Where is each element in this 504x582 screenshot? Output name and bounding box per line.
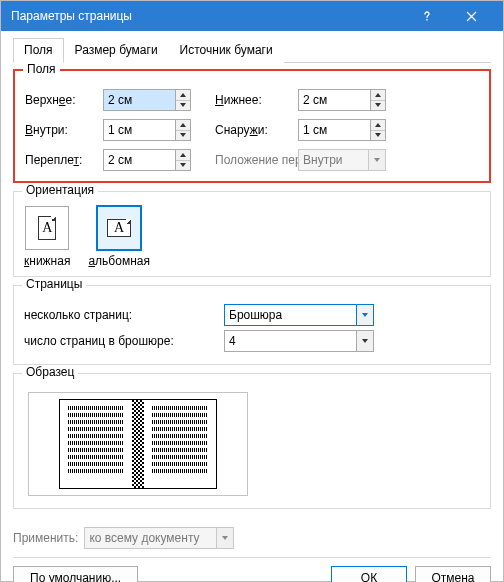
spin-up-icon[interactable] [371,120,385,131]
pages-group: Страницы несколько страниц: Брошюра числ… [13,285,491,365]
label-inside: Внутри [25,123,97,137]
field-top[interactable] [103,89,191,111]
spin-up-icon[interactable] [176,150,190,161]
sample-preview [28,392,248,496]
spin-up-icon[interactable] [176,90,190,101]
value-apply: ко всему документу [84,527,216,549]
input-bottom[interactable] [298,89,370,111]
field-inside[interactable] [103,119,191,141]
field-gutter-pos: Внутри [298,149,386,171]
label-sheets: число страниц в брошюре: [24,334,224,348]
ok-button[interactable]: ОК [331,566,407,582]
titlebar: Параметры страницы [1,1,503,31]
margins-group: Поля Верхнее Нижнее Внутри Снаружи [13,69,491,183]
dialog-content: Поля Размер бумаги Источник бумаги Поля … [1,31,503,582]
spin-up-icon[interactable] [371,90,385,101]
orientation-legend: Ориентация [22,183,98,197]
booklet-icon [59,399,217,489]
spin-down-icon[interactable] [176,101,190,111]
label-outside: Снаружи [197,123,292,137]
cancel-button[interactable]: Отмена [415,566,491,582]
input-gutter[interactable] [103,149,175,171]
value-multi-pages: Брошюра [224,304,356,326]
orientation-portrait[interactable]: A книжная [24,206,70,268]
close-button[interactable] [449,1,493,31]
spin-up-icon[interactable] [176,120,190,131]
label-bottom: Нижнее [197,93,292,107]
tab-paper-size[interactable]: Размер бумаги [64,38,169,63]
chevron-down-icon[interactable] [356,304,374,326]
landscape-icon: A [97,206,141,250]
sample-legend: Образец [22,365,78,379]
margins-legend: Поля [23,62,60,76]
button-row: По умолчанию... ОК Отмена [13,557,491,582]
help-button[interactable] [405,1,449,31]
input-top[interactable] [103,89,175,111]
label-multi-pages: несколько страниц: [24,308,224,322]
portrait-icon: A [25,206,69,250]
field-outside[interactable] [298,119,386,141]
chevron-down-icon[interactable] [356,330,374,352]
field-bottom[interactable] [298,89,386,111]
label-gutter: Переплет [25,153,97,167]
spin-down-icon[interactable] [176,131,190,141]
tab-paper-source[interactable]: Источник бумаги [169,38,284,63]
dialog-title: Параметры страницы [11,9,405,23]
spin-down-icon[interactable] [371,101,385,111]
landscape-label: альбомная [88,254,150,268]
tab-strip: Поля Размер бумаги Источник бумаги [13,37,491,63]
portrait-label: книжная [24,254,70,268]
default-button[interactable]: По умолчанию... [13,566,138,582]
field-apply: ко всему документу [84,527,234,549]
tab-margins[interactable]: Поля [13,38,64,63]
sample-group: Образец [13,373,491,509]
input-outside[interactable] [298,119,370,141]
spin-down-icon[interactable] [176,161,190,171]
value-sheets: 4 [224,330,356,352]
field-sheets[interactable]: 4 [224,330,374,352]
apply-row: Применить: ко всему документу [13,527,491,549]
input-inside[interactable] [103,119,175,141]
chevron-down-icon [216,527,234,549]
pages-legend: Страницы [22,277,86,291]
orientation-landscape[interactable]: A альбомная [88,206,150,268]
value-gutter-pos: Внутри [298,149,368,171]
dialog-window: Параметры страницы Поля Размер бумаги Ис… [0,0,504,582]
chevron-down-icon [368,149,386,171]
label-top: Верхнее [25,93,97,107]
label-gutter-pos: Положение переплета: [197,153,292,167]
spin-down-icon[interactable] [371,131,385,141]
orientation-group: Ориентация A книжная A альбомная [13,191,491,277]
label-apply: Применить: [13,531,78,545]
field-multi-pages[interactable]: Брошюра [224,304,374,326]
field-gutter[interactable] [103,149,191,171]
